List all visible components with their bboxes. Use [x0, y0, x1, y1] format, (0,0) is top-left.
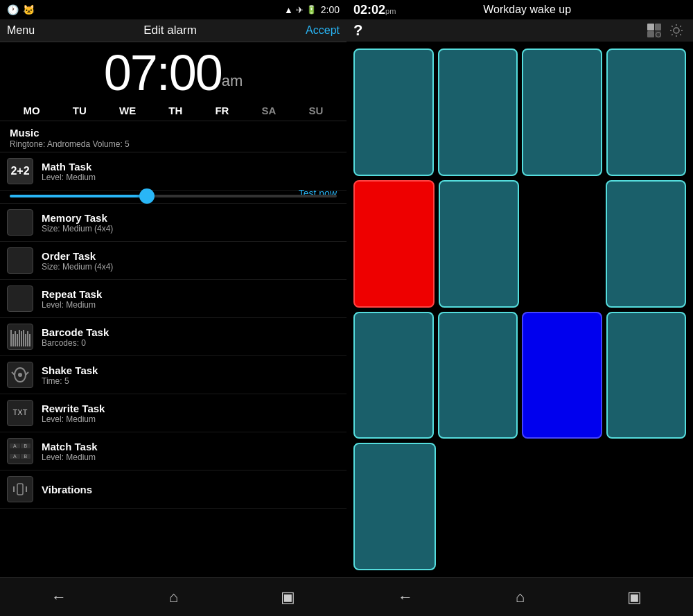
cell-1-3[interactable] — [606, 180, 687, 308]
order-task-sub: Size: Medium (4x4) — [42, 262, 340, 272]
barcode-task-item[interactable]: Barcode Task Barcodes: 0 — [0, 318, 346, 356]
right-time-value: 02:02 — [353, 3, 385, 17]
order-task-item[interactable]: Order Task Size: Medium (4x4) — [0, 242, 346, 280]
title-bar: Menu Edit alarm Accept — [0, 19, 346, 42]
day-tu[interactable]: TU — [73, 105, 87, 116]
grid-row-3 — [353, 312, 686, 439]
day-sa[interactable]: SA — [262, 105, 277, 116]
alarm-status-icon: 🕐 — [7, 4, 19, 15]
svg-point-7 — [674, 28, 679, 33]
math-task-info: Math Task Level: Medium — [42, 161, 340, 182]
home-button[interactable]: ⌂ — [152, 583, 195, 612]
difficulty-slider-track[interactable] — [10, 195, 337, 197]
shake-task-sub: Time: 5 — [42, 376, 340, 386]
cell-1-1[interactable] — [439, 180, 520, 308]
match-task-sub: Level: Medium — [42, 452, 340, 462]
cell-1-0[interactable] — [353, 180, 435, 308]
memory-task-name: Memory Task — [42, 212, 340, 224]
accept-button[interactable]: Accept — [306, 24, 340, 37]
match-task-name: Match Task — [42, 441, 340, 452]
vibrations-item[interactable]: Vibrations — [0, 470, 346, 509]
music-title: Music — [10, 127, 337, 139]
day-mo[interactable]: MO — [24, 105, 40, 116]
right-time-ampm: pm — [385, 7, 396, 15]
plane-icon: ✈ — [296, 5, 304, 15]
cell-2-2[interactable] — [522, 312, 602, 439]
cell-2-3[interactable] — [606, 312, 687, 439]
order-task-name: Order Task — [42, 250, 340, 262]
barcode-task-name: Barcode Task — [42, 326, 340, 338]
alarm-time-value[interactable]: 07:00 — [104, 45, 222, 100]
order-task-info: Order Task Size: Medium (4x4) — [42, 250, 340, 272]
right-panel-title: Workday wake up — [483, 3, 571, 16]
slider-thumb[interactable] — [139, 188, 155, 204]
cell-3-3 — [607, 443, 687, 570]
shake-task-item[interactable]: Shake Task Time: 5 — [0, 356, 346, 394]
memory-grid-area — [346, 42, 693, 577]
day-su[interactable]: SU — [309, 105, 324, 116]
right-clock: 02:02pm — [353, 3, 396, 17]
math-task-name: Math Task — [42, 161, 340, 173]
alarm-time-display: 07:00am — [0, 42, 346, 100]
task-list: 2+2 Math Task Level: Medium Test now Mem… — [0, 152, 346, 577]
days-row: MO TU WE TH FR SA SU — [0, 100, 346, 121]
status-time: 2:00 — [321, 4, 340, 15]
day-th[interactable]: TH — [168, 105, 182, 116]
repeat-task-item[interactable]: Repeat Task Level: Medium — [0, 280, 346, 318]
svg-point-3 — [18, 373, 22, 377]
edit-alarm-title: Edit alarm — [143, 24, 197, 37]
math-task-icon: 2+2 — [7, 158, 33, 184]
shake-task-icon — [7, 362, 33, 388]
recent-button[interactable]: ▣ — [264, 583, 312, 612]
cell-2-1[interactable] — [438, 312, 518, 439]
menu-button[interactable]: Menu — [7, 24, 35, 37]
day-we[interactable]: WE — [119, 105, 136, 116]
math-task-item[interactable]: 2+2 Math Task Level: Medium — [0, 152, 346, 191]
repeat-task-sub: Level: Medium — [42, 300, 340, 310]
cell-0-0[interactable] — [353, 49, 434, 176]
cell-3-1 — [440, 443, 520, 570]
cat-status-icon: 🐱 — [23, 4, 35, 15]
grid-row-4 — [353, 443, 686, 570]
memory-task-sub: Size: Medium (4x4) — [42, 224, 340, 234]
question-mark-label: ? — [353, 21, 362, 39]
settings-icon-box[interactable] — [667, 22, 686, 39]
vibrations-name: Vibrations — [42, 484, 340, 495]
cell-0-2[interactable] — [522, 49, 602, 176]
day-fr[interactable]: FR — [215, 105, 229, 116]
svg-rect-4 — [17, 484, 23, 495]
repeat-task-icon — [7, 285, 33, 312]
right-panel: 02:02pm Workday wake up ? — [346, 0, 693, 616]
memory-task-info: Memory Task Size: Medium (4x4) — [42, 212, 340, 234]
right-home-button[interactable]: ⌂ — [499, 583, 541, 612]
left-status-bar: 🕐 🐱 ▲ ✈ 🔋 2:00 — [0, 0, 346, 19]
right-recent-button[interactable]: ▣ — [611, 583, 658, 612]
grid-view-icon-box[interactable] — [644, 22, 664, 39]
right-toolbar: ? — [346, 19, 693, 42]
cell-0-1[interactable] — [438, 49, 518, 176]
memory-task-item[interactable]: Memory Task Size: Medium (4x4) — [0, 204, 346, 242]
cell-0-3[interactable] — [606, 49, 687, 176]
match-task-info: Match Task Level: Medium — [42, 441, 340, 462]
battery-icon: 🔋 — [306, 5, 317, 15]
right-back-button[interactable]: ← — [381, 583, 430, 612]
right-nav-bar: ← ⌂ ▣ — [346, 577, 693, 616]
slider-fill — [10, 195, 147, 197]
rewrite-task-icon: TXT — [7, 400, 33, 426]
grid-row-2 — [353, 180, 686, 308]
cell-2-0[interactable] — [353, 312, 434, 439]
cell-3-0[interactable] — [353, 443, 436, 570]
rewrite-task-name: Rewrite Task — [42, 403, 340, 414]
rewrite-task-item[interactable]: TXT Rewrite Task Level: Medium — [0, 394, 346, 432]
music-section[interactable]: Music Ringtone: Andromeda Volume: 5 — [0, 121, 346, 152]
match-task-item[interactable]: ABAB Match Task Level: Medium — [0, 432, 346, 470]
match-task-icon: ABAB — [7, 438, 33, 464]
shake-task-name: Shake Task — [42, 364, 340, 376]
svg-line-2 — [26, 372, 28, 375]
back-button[interactable]: ← — [35, 583, 83, 612]
music-subtitle: Ringtone: Andromeda Volume: 5 — [10, 139, 337, 149]
math-task-sub: Level: Medium — [42, 173, 340, 182]
repeat-task-name: Repeat Task — [42, 288, 340, 300]
barcode-task-sub: Barcodes: 0 — [42, 338, 340, 348]
vibrations-icon — [7, 476, 33, 502]
